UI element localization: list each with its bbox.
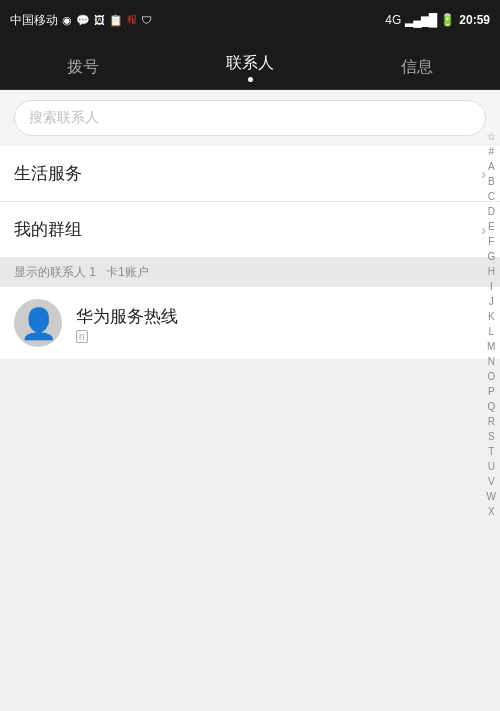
image-icon: 🖼 bbox=[94, 14, 105, 26]
time-label: 20:59 bbox=[459, 13, 490, 27]
alpha-letter-T[interactable]: T bbox=[486, 445, 496, 459]
nav-bar: 拨号 联系人 信息 bbox=[0, 40, 500, 90]
active-dot bbox=[248, 77, 253, 82]
my-groups-label: 我的群组 bbox=[14, 218, 82, 241]
list-item-life-services[interactable]: 生活服务 › bbox=[0, 146, 500, 202]
account-text: 卡1账户 bbox=[106, 264, 149, 281]
alpha-letter-R[interactable]: R bbox=[486, 415, 497, 429]
alpha-letter-L[interactable]: L bbox=[486, 325, 496, 339]
contact-item-huawei[interactable]: 👤 华为服务热线 n bbox=[0, 287, 500, 360]
alpha-letter-V[interactable]: V bbox=[486, 475, 497, 489]
nav-info[interactable]: 信息 bbox=[333, 40, 500, 89]
nav-info-label: 信息 bbox=[401, 57, 433, 78]
shield-icon: 🛡 bbox=[141, 14, 152, 26]
alpha-letter-G[interactable]: G bbox=[485, 250, 497, 264]
alpha-letter-F[interactable]: F bbox=[486, 235, 496, 249]
network-type-label: 4G bbox=[385, 13, 401, 27]
life-services-label: 生活服务 bbox=[14, 162, 82, 185]
search-placeholder: 搜索联系人 bbox=[29, 109, 99, 127]
alpha-letter-#[interactable]: # bbox=[486, 145, 496, 159]
search-bar: 搜索联系人 bbox=[0, 90, 500, 146]
alpha-letter-W[interactable]: W bbox=[485, 490, 498, 504]
alpha-letter-S[interactable]: S bbox=[486, 430, 497, 444]
signal-strength-icon: ▂▄▆█ bbox=[405, 13, 436, 27]
alpha-letter-A[interactable]: A bbox=[486, 160, 497, 174]
alpha-letter-D[interactable]: D bbox=[486, 205, 497, 219]
status-right: 4G ▂▄▆█ 🔋 20:59 bbox=[385, 13, 490, 27]
alpha-letter-N[interactable]: N bbox=[486, 355, 497, 369]
phone-icon: 📋 bbox=[109, 14, 123, 27]
alpha-letter-Q[interactable]: Q bbox=[485, 400, 497, 414]
section-header: 显示的联系人 1 卡1账户 bbox=[0, 258, 500, 287]
alpha-letter-O[interactable]: O bbox=[485, 370, 497, 384]
wechat-icon: 💬 bbox=[76, 14, 90, 27]
battery-icon: 🔋 bbox=[440, 13, 455, 27]
search-input[interactable]: 搜索联系人 bbox=[14, 100, 486, 136]
alpha-letter-☆[interactable]: ☆ bbox=[485, 130, 498, 144]
alpha-letter-K[interactable]: K bbox=[486, 310, 497, 324]
alpha-letter-B[interactable]: B bbox=[486, 175, 497, 189]
alpha-letter-P[interactable]: P bbox=[486, 385, 497, 399]
nav-dial[interactable]: 拨号 bbox=[0, 40, 167, 89]
nav-dial-label: 拨号 bbox=[67, 57, 99, 78]
contact-count-text: 显示的联系人 1 bbox=[14, 264, 96, 281]
signal-icon: ◉ bbox=[62, 14, 72, 27]
alpha-letter-U[interactable]: U bbox=[486, 460, 497, 474]
list-item-my-groups[interactable]: 我的群组 › bbox=[0, 202, 500, 258]
contact-sim-icon: n bbox=[76, 330, 88, 343]
carrier-label: 中国移动 bbox=[10, 12, 58, 29]
alpha-letter-C[interactable]: C bbox=[486, 190, 497, 204]
alpha-index: ☆#ABCDEFGHIJKLMNOPQRSTUVWX bbox=[485, 130, 498, 519]
avatar-default-icon: 👤 bbox=[20, 306, 57, 341]
alpha-letter-M[interactable]: M bbox=[485, 340, 497, 354]
nav-contacts[interactable]: 联系人 bbox=[167, 40, 334, 89]
contact-name: 华为服务热线 bbox=[76, 305, 486, 328]
avatar: 👤 bbox=[14, 299, 62, 347]
alpha-letter-X[interactable]: X bbox=[486, 505, 497, 519]
alpha-letter-I[interactable]: I bbox=[488, 280, 495, 294]
nav-contacts-label: 联系人 bbox=[226, 53, 274, 74]
contact-sub: n bbox=[76, 330, 486, 342]
alpha-letter-E[interactable]: E bbox=[486, 220, 497, 234]
alpha-letter-H[interactable]: H bbox=[486, 265, 497, 279]
contact-info: 华为服务热线 n bbox=[76, 305, 486, 342]
news-icon: 報 bbox=[127, 13, 137, 27]
status-bar: 中国移动 ◉ 💬 🖼 📋 報 🛡 4G ▂▄▆█ 🔋 20:59 bbox=[0, 0, 500, 40]
status-left: 中国移动 ◉ 💬 🖼 📋 報 🛡 bbox=[10, 12, 152, 29]
alpha-letter-J[interactable]: J bbox=[487, 295, 496, 309]
